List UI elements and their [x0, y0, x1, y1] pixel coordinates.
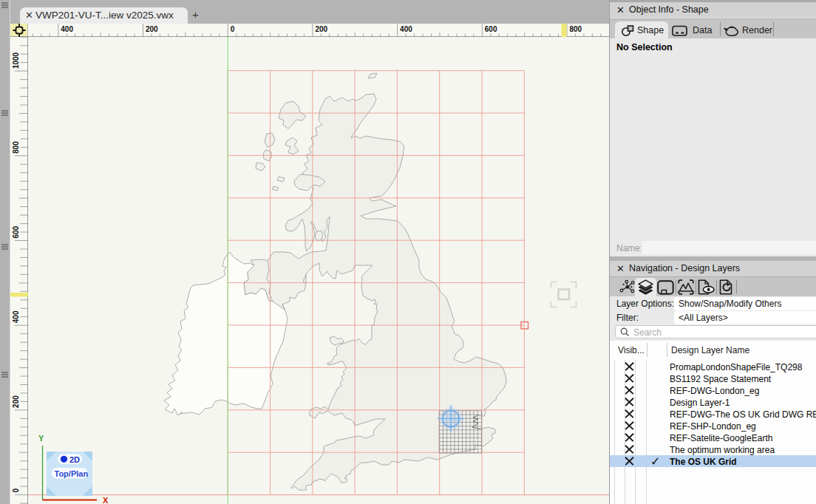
- svg-text:Y: Y: [38, 434, 44, 443]
- svg-text:X: X: [103, 496, 109, 504]
- svg-text:400: 400: [61, 25, 73, 33]
- svg-text:0: 0: [12, 488, 20, 493]
- svg-text:600: 600: [485, 25, 497, 33]
- svg-text:800: 800: [570, 25, 582, 33]
- svg-text:400: 400: [400, 25, 412, 33]
- svg-text:0: 0: [231, 25, 235, 33]
- svg-text:Top/Plan: Top/Plan: [55, 469, 89, 478]
- svg-text:1000: 1000: [12, 52, 20, 69]
- svg-text:2D: 2D: [69, 455, 80, 464]
- svg-text:200: 200: [12, 395, 20, 408]
- svg-text:800: 800: [12, 141, 20, 154]
- svg-text:200: 200: [315, 25, 327, 33]
- svg-text:200: 200: [146, 25, 158, 33]
- svg-text:400: 400: [12, 310, 20, 323]
- svg-text:600: 600: [12, 225, 20, 238]
